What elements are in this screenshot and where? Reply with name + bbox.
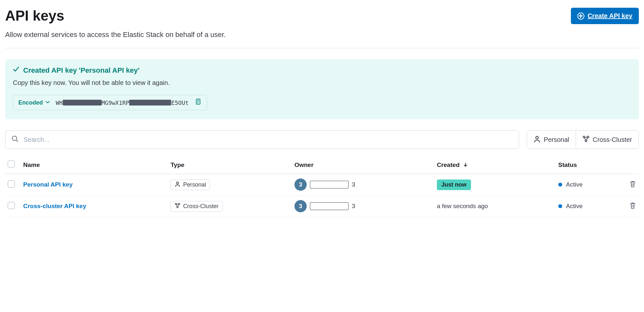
api-keys-table: Name Type Owner Created Status Personal …: [5, 157, 639, 217]
status-dot-icon: [558, 204, 562, 208]
owner-suffix: 3: [352, 181, 355, 188]
user-icon: [175, 181, 180, 188]
filter-cross-cluster-button[interactable]: Cross-Cluster: [576, 131, 639, 149]
created-badge: Just now: [437, 179, 471, 190]
redacted: [310, 181, 349, 188]
create-api-key-button[interactable]: Create API key: [571, 8, 639, 24]
redacted: [63, 100, 101, 106]
type-label: Cross-Cluster: [183, 203, 218, 210]
column-created[interactable]: Created: [434, 157, 556, 174]
cluster-icon: [582, 135, 590, 144]
chevron-down-icon: [45, 99, 50, 106]
user-icon: [533, 135, 541, 144]
filter-personal-label: Personal: [544, 136, 569, 143]
row-checkbox[interactable]: [8, 202, 15, 209]
avatar: 3: [294, 179, 307, 191]
api-key-display: Encoded WH MG9wX1RP E5OUt: [13, 95, 207, 110]
table-row: Cross-cluster API key Cross-Cluster 3 3 …: [5, 196, 639, 217]
callout-body: Copy this key now. You will not be able …: [13, 79, 631, 87]
status-label: Active: [566, 203, 583, 210]
avatar: 3: [294, 200, 307, 212]
callout-title: Created API key 'Personal API key': [23, 66, 139, 75]
type-badge: Personal: [170, 179, 210, 190]
api-key-value: WH MG9wX1RP E5OUt: [56, 99, 189, 106]
column-type[interactable]: Type: [168, 157, 292, 174]
check-icon: [13, 66, 19, 75]
created-text: a few seconds ago: [437, 203, 488, 209]
page-subtitle: Allow external services to access the El…: [5, 31, 639, 39]
create-api-key-label: Create API key: [588, 12, 632, 20]
key-format-label: Encoded: [18, 99, 43, 106]
api-key-name-link[interactable]: Cross-cluster API key: [23, 203, 86, 209]
redacted: [310, 202, 349, 210]
divider: [5, 48, 639, 48]
sort-descending-icon: [463, 161, 468, 168]
type-badge: Cross-Cluster: [170, 201, 223, 212]
status-dot-icon: [558, 183, 562, 187]
type-label: Personal: [183, 181, 206, 188]
cluster-icon: [175, 203, 180, 210]
owner-suffix: 3: [352, 203, 355, 210]
type-filter-group: Personal Cross-Cluster: [527, 130, 639, 149]
column-name[interactable]: Name: [21, 157, 168, 174]
search-box[interactable]: [5, 130, 519, 149]
copy-key-button[interactable]: [195, 98, 202, 107]
search-input[interactable]: [24, 136, 513, 143]
search-icon: [11, 135, 19, 144]
delete-key-button[interactable]: [629, 204, 636, 210]
status-label: Active: [566, 181, 583, 188]
success-callout: Created API key 'Personal API key' Copy …: [5, 59, 639, 119]
key-format-select[interactable]: Encoded: [18, 99, 50, 106]
page-title: API keys: [5, 8, 64, 24]
redacted: [129, 100, 171, 106]
column-owner[interactable]: Owner: [292, 157, 434, 174]
delete-key-button[interactable]: [629, 182, 636, 189]
filter-cross-cluster-label: Cross-Cluster: [593, 136, 632, 143]
row-checkbox[interactable]: [8, 180, 15, 188]
select-all-checkbox[interactable]: [8, 161, 15, 168]
api-key-name-link[interactable]: Personal API key: [23, 181, 72, 188]
table-row: Personal API key Personal 3 3 Just now A…: [5, 174, 639, 196]
filter-personal-button[interactable]: Personal: [527, 131, 576, 149]
plus-circle-icon: [577, 13, 584, 20]
column-status[interactable]: Status: [556, 157, 620, 174]
